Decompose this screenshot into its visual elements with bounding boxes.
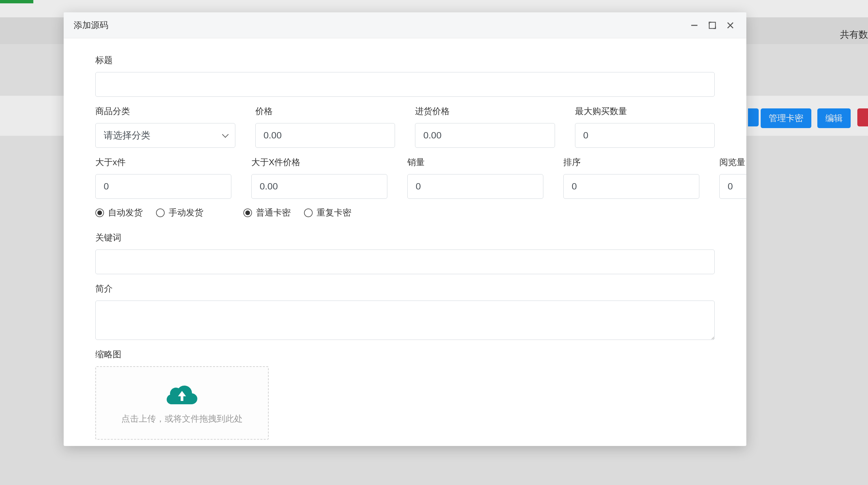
modal-title: 添加源码: [74, 19, 108, 31]
shipping-radio-group: 自动发货 手动发货: [95, 207, 203, 219]
max-buy-label: 最大购买数量: [575, 106, 715, 117]
modal-header: 添加源码: [64, 12, 746, 38]
views-label: 阅览量: [719, 156, 746, 168]
views-input[interactable]: [719, 174, 746, 199]
sales-input[interactable]: [407, 174, 543, 199]
category-label: 商品分类: [95, 106, 235, 117]
normal-card-label: 普通卡密: [256, 207, 291, 219]
upload-text: 点击上传，或将文件拖拽到此处: [121, 413, 243, 425]
keyword-input[interactable]: [95, 250, 715, 274]
auto-ship-label: 自动发货: [108, 207, 143, 219]
gtx-price-input[interactable]: [251, 174, 388, 199]
sales-label: 销量: [407, 156, 543, 168]
close-icon: [726, 21, 735, 30]
intro-label: 简介: [95, 283, 715, 294]
gtx-label: 大于x件: [95, 156, 231, 168]
gtx-price-label: 大于X件价格: [251, 156, 388, 168]
purchase-price-label: 进货价格: [415, 106, 555, 117]
radio-icon: [95, 208, 104, 217]
modal-body: 标题 商品分类 请选择分类 价格 进货价格 最大购买数量: [64, 38, 746, 446]
max-buy-input[interactable]: [575, 123, 715, 148]
price-input[interactable]: [255, 123, 395, 148]
maximize-icon: [708, 21, 717, 30]
close-button[interactable]: [724, 19, 736, 31]
radio-icon: [243, 208, 252, 217]
intro-textarea[interactable]: [95, 301, 715, 340]
keyword-label: 关键词: [95, 232, 715, 244]
manual-ship-radio[interactable]: 手动发货: [156, 207, 203, 219]
repeat-card-radio[interactable]: 重复卡密: [304, 207, 351, 219]
svg-rect-1: [709, 22, 716, 28]
normal-card-radio[interactable]: 普通卡密: [243, 207, 291, 219]
auto-ship-radio[interactable]: 自动发货: [95, 207, 143, 219]
upload-dropzone[interactable]: 点击上传，或将文件拖拽到此处: [95, 366, 269, 439]
category-placeholder: 请选择分类: [104, 129, 150, 142]
title-input[interactable]: [95, 72, 715, 97]
add-source-modal: 添加源码 标题: [64, 12, 746, 446]
maximize-button[interactable]: [706, 19, 718, 31]
purchase-price-input[interactable]: [415, 123, 555, 148]
thumb-label: 缩略图: [95, 349, 269, 360]
category-select[interactable]: 请选择分类: [95, 123, 235, 148]
sort-input[interactable]: [563, 174, 699, 199]
title-label: 标题: [95, 54, 715, 66]
modal-actions: [688, 19, 736, 31]
radio-icon: [156, 208, 165, 217]
price-label: 价格: [255, 106, 395, 117]
gtx-input[interactable]: [95, 174, 231, 199]
minimize-icon: [690, 21, 699, 30]
manual-ship-label: 手动发货: [169, 207, 203, 219]
cloud-upload-icon: [165, 381, 199, 406]
sort-label: 排序: [563, 156, 699, 168]
minimize-button[interactable]: [688, 19, 700, 31]
card-type-radio-group: 普通卡密 重复卡密: [243, 207, 351, 219]
repeat-card-label: 重复卡密: [317, 207, 351, 219]
radio-icon: [304, 208, 313, 217]
